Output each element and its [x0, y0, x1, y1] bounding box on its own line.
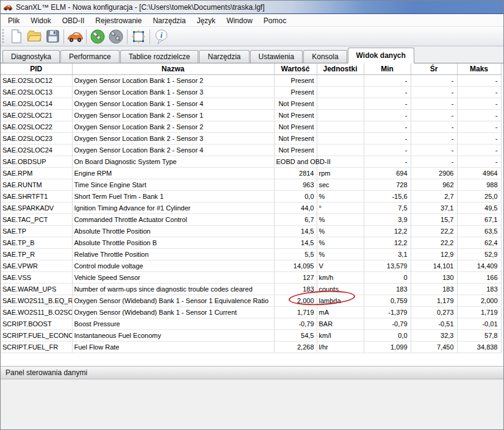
unit-cell [317, 74, 364, 86]
unit-cell: l/hr [317, 341, 364, 353]
table-row[interactable]: SAE.O2SLOC22Oxygen Sensor Location Bank … [1, 121, 501, 132]
open-config-button[interactable] [25, 28, 43, 45]
new-config-button[interactable] [7, 28, 25, 45]
tab-performance[interactable]: Performance [60, 50, 120, 63]
column-header[interactable]: Wartość [274, 63, 317, 74]
menu-item-window[interactable]: Window [221, 15, 258, 26]
title-bar: ScanXL™ ELM - Nowa konfiguracja - [C:\Us… [1, 1, 504, 14]
table-row[interactable]: SAE.TAC_PCTCommanded Throttle Actuator C… [1, 213, 501, 225]
table-row[interactable]: SAE.SHRTFT1Short Term Fuel Trim - Bank 1… [1, 190, 501, 202]
unit-cell: % [317, 213, 364, 225]
menu-item-narz-dzia[interactable]: Narzędzia [147, 15, 191, 26]
tab-konsola[interactable]: Konsola [303, 50, 347, 63]
value-cell: 963 [274, 179, 317, 190]
avg-cell: -0,51 [411, 318, 457, 329]
max-cell: 183 [457, 283, 501, 295]
min-cell: - [364, 74, 411, 86]
avg-cell: 183 [411, 283, 457, 295]
name-cell: Oxygen Sensor Location Bank 1 - Sensor 4 [72, 98, 274, 109]
min-cell: 694 [364, 167, 411, 179]
table-row[interactable]: SAE.O2SLOC12Oxygen Sensor Location Bank … [1, 74, 501, 86]
avg-cell: - [411, 121, 457, 132]
table-row[interactable]: SAE.WARM_UPSNumber of warm-ups since dia… [1, 283, 501, 295]
min-cell: 12,2 [364, 237, 411, 248]
avg-cell: - [411, 132, 457, 144]
unit-cell: counts [317, 283, 364, 295]
save-config-button[interactable] [43, 28, 62, 45]
info-button[interactable]: i [152, 28, 170, 45]
table-row[interactable]: SAE.TP_BAbsolute Throttle Position B14,5… [1, 237, 501, 248]
unit-cell [317, 144, 364, 156]
name-cell: Oxygen Sensor (Wideband) Bank 1 - Sensor… [72, 306, 274, 318]
menu-item-widok[interactable]: Widok [25, 15, 56, 26]
avg-cell: 37,1 [411, 202, 457, 213]
table-row[interactable]: SAE.OBDSUPOn Board Diagnostic System Typ… [1, 156, 501, 167]
tab-tablice-rozdzielcze[interactable]: Tablice rozdzielcze [120, 50, 199, 63]
tab-widok-danych[interactable]: Widok danych [348, 48, 414, 63]
menu-item-plik[interactable]: Plik [2, 15, 25, 26]
column-header[interactable]: Min [364, 63, 411, 74]
value-cell: Not Present [274, 144, 317, 156]
avg-cell: - [411, 156, 457, 167]
tab-diagnostyka[interactable]: Diagnostyka [2, 50, 60, 63]
app-window: ScanXL™ ELM - Nowa konfiguracja - [C:\Us… [0, 0, 504, 430]
name-cell: Boost Pressure [72, 318, 274, 329]
name-cell: Relative Throttle Position [72, 248, 274, 260]
column-header[interactable]: Śr [411, 63, 457, 74]
disconnect-button[interactable] [107, 28, 125, 45]
unit-cell: rpm [317, 167, 364, 179]
window-title: ScanXL™ ELM - Nowa konfiguracja - [C:\Us… [16, 3, 264, 12]
pid-cell: SCRIPT.FUEL_FR [1, 341, 72, 353]
table-row[interactable]: SAE.WO2S11_B.EQ_RATOxygen Sensor (Wideba… [1, 295, 501, 306]
table-row[interactable]: SAE.O2SLOC13Oxygen Sensor Location Bank … [1, 86, 501, 98]
new-doc-icon [9, 29, 24, 44]
column-header[interactable]: Maks [457, 63, 501, 74]
max-cell: 25,0 [457, 190, 501, 202]
tab-ustawienia[interactable]: Ustawienia [250, 50, 303, 63]
table-row[interactable]: SCRIPT.BOOSTBoost Pressure-0,79BAR-0,79-… [1, 318, 501, 329]
table-row[interactable]: SAE.VPWRControl module voltage14,095V13,… [1, 260, 501, 271]
min-cell: - [364, 121, 411, 132]
column-header[interactable]: Nazwa [72, 63, 274, 74]
table-row[interactable]: SAE.O2SLOC14Oxygen Sensor Location Bank … [1, 98, 501, 109]
column-header[interactable]: Jednostki [317, 63, 364, 74]
menu-item-j-zyk[interactable]: Język [191, 15, 221, 26]
table-row[interactable]: SAE.O2SLOC23Oxygen Sensor Location Bank … [1, 132, 501, 144]
table-row[interactable]: SAE.WO2S11_B.O2SCOxygen Sensor (Wideband… [1, 306, 501, 318]
unit-cell: % [317, 237, 364, 248]
vehicle-button[interactable] [66, 28, 84, 45]
table-row[interactable]: SCRIPT.FUEL_ECONOMYInstantaneous Fuel Ec… [1, 329, 501, 341]
unit-cell [317, 86, 364, 98]
menu-item-pomoc[interactable]: Pomoc [258, 15, 292, 26]
table-row[interactable]: SAE.VSSVehicle Speed Sensor127km/h013016… [1, 271, 501, 283]
avg-cell: - [411, 98, 457, 109]
table-row[interactable]: SAE.RUNTMTime Since Engine Start963sec72… [1, 179, 501, 190]
table-row[interactable]: SAE.SPARKADVIgnition Timing Advance for … [1, 202, 501, 213]
avg-cell: 2906 [411, 167, 457, 179]
column-header[interactable]: PID [1, 63, 72, 74]
menu-item-obd-ii[interactable]: OBD-II [57, 15, 90, 26]
name-cell: Absolute Throttle Position B [72, 237, 274, 248]
min-cell: 3,1 [364, 248, 411, 260]
table-row[interactable]: SAE.O2SLOC24Oxygen Sensor Location Bank … [1, 144, 501, 156]
info-icon: i [154, 29, 169, 45]
unit-cell: % [317, 248, 364, 260]
toolbar-grip[interactable] [2, 29, 5, 45]
max-cell: 57,8 [457, 329, 501, 341]
name-cell: Control module voltage [72, 260, 274, 271]
menu-item-rejestrowanie[interactable]: Rejestrowanie [90, 15, 147, 26]
unit-cell [317, 109, 364, 121]
table-row[interactable]: SAE.TPAbsolute Throttle Position14,5%12,… [1, 225, 501, 237]
table-row[interactable]: SAE.RPMEngine RPM2814rpm69429064964 [1, 167, 501, 179]
pid-cell: SCRIPT.FUEL_ECONOMY [1, 329, 72, 341]
connect-icon [90, 29, 106, 45]
tab-narzędzia[interactable]: Narzędzia [199, 50, 249, 63]
pid-cell: SAE.O2SLOC13 [1, 86, 72, 98]
table-row[interactable]: SCRIPT.FUEL_FRFuel Flow Rate2,268l/hr1,0… [1, 341, 501, 353]
svg-text:i: i [160, 30, 162, 39]
fullscreen-button[interactable] [129, 28, 148, 45]
pid-cell: SCRIPT.BOOST [1, 318, 72, 329]
table-row[interactable]: SAE.TP_RRelative Throttle Position5,5%3,… [1, 248, 501, 260]
connect-button[interactable] [88, 28, 107, 45]
table-row[interactable]: SAE.O2SLOC21Oxygen Sensor Location Bank … [1, 109, 501, 121]
